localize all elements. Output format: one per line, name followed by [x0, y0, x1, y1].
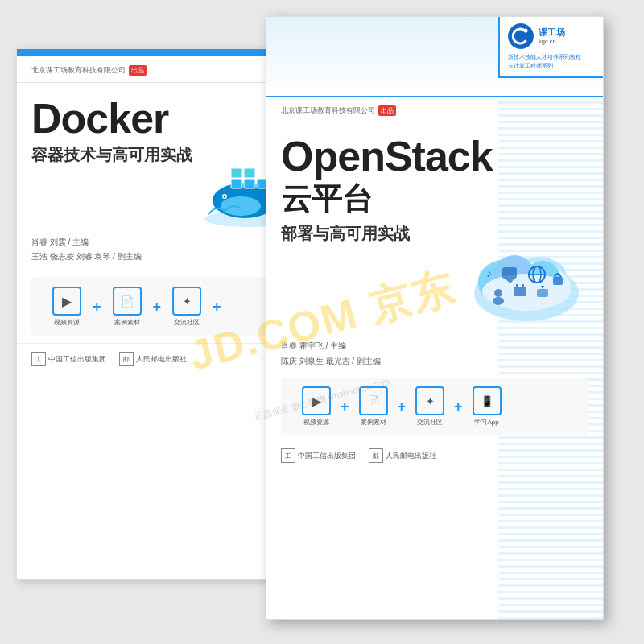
- community-icon: ✦: [172, 287, 201, 316]
- docker-publisher-badge: 出品: [129, 65, 147, 76]
- kgc-text-block: 课工场 kgc.cn: [539, 27, 565, 45]
- openstack-authors-main: 肖睿 霍宇飞 / 主编: [281, 338, 588, 353]
- kgc-url: kgc.cn: [539, 38, 565, 45]
- docker-publisher-name: 北京课工场教育科技有限公司: [31, 65, 126, 76]
- industrial-logo: 工: [31, 352, 46, 366]
- plus-os-3: +: [454, 398, 463, 415]
- openstack-authors-sub: 陈庆 刘泉生 戢光吉 / 副主编: [281, 353, 588, 369]
- video-icon: ▶: [52, 287, 81, 316]
- app-icon-os: 📱: [473, 386, 502, 415]
- svg-rect-31: [537, 289, 548, 297]
- resource-video: ▶ 视频资源: [46, 287, 88, 327]
- resource-community-os: ✦ 交流社区: [409, 386, 451, 427]
- docker-authors-main: 肖睿 刘震 / 主编: [31, 235, 299, 250]
- resource-video-label-os: 视频资源: [303, 418, 329, 427]
- kgc-series-line1: 新技术技能人才培养系列教程: [508, 52, 595, 61]
- svg-rect-9: [231, 168, 242, 178]
- case-icon: 📄: [113, 287, 142, 316]
- svg-rect-27: [553, 277, 563, 285]
- docker-footer-pub2: 人民邮电出版社: [136, 354, 187, 365]
- resource-community-label: 交流社区: [174, 318, 200, 327]
- svg-point-3: [221, 196, 261, 216]
- resource-video-os: ▶ 视频资源: [295, 386, 337, 427]
- resource-app-label-os: 学习App: [474, 418, 498, 427]
- docker-footer-logo2: 邮 人民邮电出版社: [119, 352, 187, 366]
- openstack-telecom-logo: 邮: [369, 448, 383, 463]
- openstack-header-band: 课工场 kgc.cn 新技术技能人才培养系列教程 云计算工程师系列: [266, 17, 603, 97]
- docker-main-title: Docker: [31, 97, 299, 139]
- svg-point-5: [224, 196, 226, 198]
- openstack-resources: ▶ 视频资源 + 📄 案例素材 + ✦ 交流社区 + 📱 学习App: [281, 378, 588, 435]
- telecom-logo: 邮: [119, 352, 134, 366]
- openstack-footer: 工 中国工信出版集团 邮 人民邮电出版社: [266, 440, 603, 471]
- svg-rect-6: [231, 179, 242, 188]
- plus-os-1: +: [341, 398, 349, 415]
- svg-text:♪: ♪: [486, 266, 492, 279]
- docker-publisher-line: 北京课工场教育科技有限公司 出品: [31, 65, 299, 76]
- kgc-series-line2: 云计算工程师系列: [508, 61, 595, 70]
- docker-authors-sub: 王浩 饶志凌 刘睿 袁琴 / 副主编: [31, 250, 299, 264]
- openstack-title-cn: 云平台: [281, 179, 588, 220]
- kgc-c-icon: [508, 23, 534, 49]
- openstack-content: 课工场 kgc.cn 新技术技能人才培养系列教程 云计算工程师系列 北京课工场教…: [266, 17, 603, 471]
- kgc-logo-inner: 课工场 kgc.cn: [508, 23, 595, 49]
- docker-resources: ▶ 视频资源 + 📄 案例素材 + ✦ 交流社区 +: [31, 277, 299, 336]
- openstack-book: 课工场 kgc.cn 新技术技能人才培养系列教程 云计算工程师系列 北京课工场教…: [266, 16, 604, 620]
- svg-point-33: [494, 289, 502, 297]
- resource-case: 📄 案例素材: [106, 287, 148, 327]
- cloud-illustration-icon: ♪: [466, 229, 587, 333]
- svg-point-12: [524, 29, 528, 33]
- docker-footer-logo1: 工 中国工信出版集团: [31, 352, 106, 366]
- plus-os-2: +: [398, 398, 407, 415]
- svg-rect-10: [244, 168, 255, 178]
- svg-rect-28: [514, 287, 526, 296]
- resource-community-label-os: 交流社区: [417, 418, 443, 427]
- page-container: 北京课工场教育科技有限公司 出品 Docker 容器技术与高可用实战: [0, 0, 644, 644]
- openstack-footer-pub1: 中国工信出版集团: [298, 451, 356, 461]
- kgc-series-text: 新技术技能人才培养系列教程 云计算工程师系列: [508, 52, 595, 70]
- kgc-logo-text: 课工场: [539, 27, 565, 38]
- resource-case-label: 案例素材: [114, 318, 140, 327]
- plus-1: +: [93, 299, 101, 316]
- openstack-footer-pub2: 人民邮电出版社: [386, 451, 436, 461]
- plus-2: +: [153, 299, 162, 316]
- openstack-publisher-badge: 出品: [378, 105, 396, 116]
- resource-case-os: 📄 案例素材: [353, 386, 394, 427]
- resource-case-label-os: 案例素材: [361, 418, 386, 427]
- svg-point-34: [493, 297, 504, 305]
- plus-3: +: [213, 299, 221, 316]
- docker-footer-pub1: 中国工信出版集团: [48, 354, 106, 365]
- resource-community: ✦ 交流社区: [166, 287, 208, 327]
- openstack-publisher-name: 北京课工场教育科技有限公司: [281, 105, 375, 116]
- svg-rect-7: [244, 179, 255, 188]
- community-icon-os: ✦: [415, 386, 444, 415]
- kgc-logo-box: 课工场 kgc.cn 新技术技能人才培养系列教程 云计算工程师系列: [498, 17, 603, 78]
- resource-video-label: 视频资源: [54, 318, 80, 327]
- openstack-footer-logo1: 工 中国工信出版集团: [281, 448, 356, 463]
- openstack-publisher-line: 北京课工场教育科技有限公司 出品: [266, 97, 603, 119]
- resource-app-os: 📱 学习App: [466, 386, 508, 427]
- case-icon-os: 📄: [359, 386, 388, 415]
- svg-rect-22: [502, 267, 517, 279]
- kgc-svg-icon: [508, 23, 534, 49]
- openstack-footer-logo2: 邮 人民邮电出版社: [369, 448, 436, 463]
- openstack-main-title: OpenStack: [281, 135, 588, 177]
- openstack-industrial-logo: 工: [281, 448, 295, 463]
- video-icon-os: ▶: [302, 386, 331, 415]
- openstack-authors: 肖睿 霍宇飞 / 主编 陈庆 刘泉生 戢光吉 / 副主编: [266, 333, 603, 374]
